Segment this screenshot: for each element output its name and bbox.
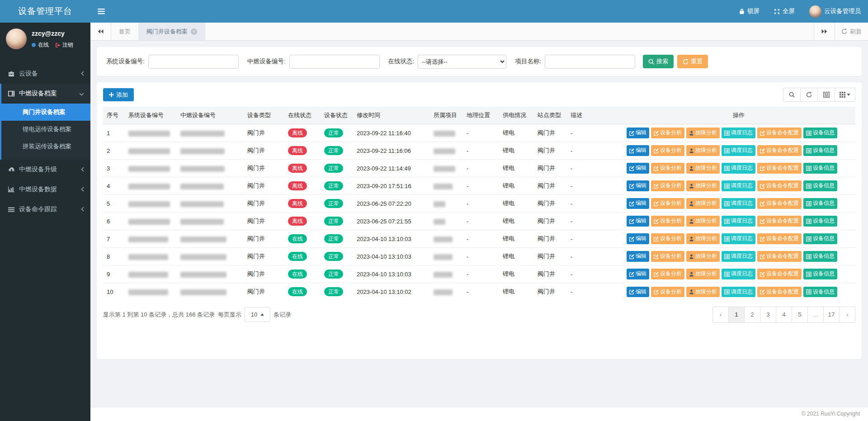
- page-button-‹[interactable]: ‹: [712, 307, 729, 323]
- page-button-17[interactable]: 17: [823, 307, 840, 323]
- action-button-设备分析[interactable]: 设备分析: [651, 233, 684, 244]
- gas-device-no-input[interactable]: [289, 55, 380, 69]
- page-button-5[interactable]: 5: [792, 307, 808, 323]
- action-button-编辑[interactable]: 编辑: [627, 180, 649, 191]
- page-button-4[interactable]: 4: [776, 307, 792, 323]
- add-button[interactable]: 添加: [103, 88, 134, 102]
- action-button-设备分析[interactable]: 设备分析: [651, 251, 684, 261]
- action-button-故障分析[interactable]: 故障分析: [686, 163, 720, 173]
- action-button-设备信息[interactable]: 设备信息: [803, 163, 837, 173]
- reset-button[interactable]: 重置: [677, 55, 708, 68]
- action-button-设备分析[interactable]: 设备分析: [651, 163, 684, 173]
- action-button-设备分析[interactable]: 设备分析: [651, 145, 684, 156]
- action-button-调度日志[interactable]: 调度日志: [722, 216, 755, 226]
- action-button-设备信息[interactable]: 设备信息: [803, 251, 837, 261]
- action-button-编辑[interactable]: 编辑: [627, 287, 649, 297]
- add-button-label: 添加: [116, 91, 128, 99]
- action-button-设备命令配置[interactable]: 设备命令配置: [757, 233, 802, 244]
- action-button-设备信息[interactable]: 设备信息: [803, 180, 837, 191]
- action-button-设备分析[interactable]: 设备分析: [651, 287, 684, 297]
- action-button-故障分析[interactable]: 故障分析: [686, 251, 720, 261]
- page-size-dropdown[interactable]: 10: [245, 307, 270, 322]
- page-button-1[interactable]: 1: [728, 307, 745, 323]
- sidebar-item[interactable]: 云设备: [0, 64, 90, 84]
- tab-首页[interactable]: 首页: [111, 23, 139, 40]
- action-button-设备命令配置[interactable]: 设备命令配置: [757, 269, 802, 279]
- refresh-tab-button[interactable]: 刷新: [835, 23, 868, 40]
- action-button-设备分析[interactable]: 设备分析: [651, 198, 684, 208]
- card-view-button[interactable]: [817, 88, 835, 102]
- page-button-2[interactable]: 2: [744, 307, 760, 323]
- page-button-›[interactable]: ›: [839, 307, 855, 323]
- action-button-调度日志[interactable]: 调度日志: [722, 269, 755, 279]
- action-button-故障分析[interactable]: 故障分析: [686, 198, 720, 208]
- action-button-设备命令配置[interactable]: 设备命令配置: [757, 128, 802, 138]
- action-button-设备命令配置[interactable]: 设备命令配置: [757, 163, 802, 173]
- action-button-故障分析[interactable]: 故障分析: [686, 269, 720, 279]
- action-button-编辑[interactable]: 编辑: [627, 145, 649, 156]
- action-button-设备信息[interactable]: 设备信息: [803, 145, 837, 156]
- search-button[interactable]: [783, 88, 801, 102]
- action-button-设备命令配置[interactable]: 设备命令配置: [757, 198, 802, 208]
- action-button-设备分析[interactable]: 设备分析: [651, 128, 684, 138]
- action-button-设备命令配置[interactable]: 设备命令配置: [757, 180, 802, 191]
- sidebar-item[interactable]: 中燃设备档案: [1, 84, 90, 104]
- close-icon[interactable]: ×: [191, 28, 197, 35]
- action-button-设备分析[interactable]: 设备分析: [651, 180, 684, 191]
- lock-screen-button[interactable]: 锁屏: [732, 0, 767, 23]
- sidebar-item[interactable]: 中燃设备数据: [0, 180, 90, 199]
- action-button-调度日志[interactable]: 调度日志: [722, 180, 755, 191]
- action-button-故障分析[interactable]: 故障分析: [686, 233, 720, 244]
- action-button-故障分析[interactable]: 故障分析: [686, 180, 720, 191]
- action-button-编辑[interactable]: 编辑: [627, 216, 649, 226]
- action-button-故障分析[interactable]: 故障分析: [686, 128, 720, 138]
- tabs-scroll-left-button[interactable]: [90, 23, 111, 40]
- sidebar-subitem[interactable]: 拼装远传设备档案: [1, 138, 90, 155]
- action-button-设备信息[interactable]: 设备信息: [803, 287, 837, 297]
- action-button-设备分析[interactable]: 设备分析: [651, 216, 684, 226]
- action-button-故障分析[interactable]: 故障分析: [686, 216, 720, 226]
- search-button[interactable]: 搜索: [643, 55, 674, 68]
- tab-阀门井设备档案[interactable]: 阀门井设备档案×: [139, 23, 205, 40]
- action-button-调度日志[interactable]: 调度日志: [722, 251, 755, 261]
- action-button-调度日志[interactable]: 调度日志: [722, 128, 755, 138]
- fullscreen-button[interactable]: 全屏: [767, 0, 802, 23]
- action-button-调度日志[interactable]: 调度日志: [722, 233, 755, 244]
- action-button-设备信息[interactable]: 设备信息: [803, 233, 837, 244]
- action-button-设备信息[interactable]: 设备信息: [803, 128, 837, 138]
- action-button-设备命令配置[interactable]: 设备命令配置: [757, 216, 802, 226]
- action-button-设备命令配置[interactable]: 设备命令配置: [757, 287, 802, 297]
- sidebar-item[interactable]: 中燃设备升级: [0, 160, 90, 180]
- action-button-调度日志[interactable]: 调度日志: [722, 145, 755, 156]
- action-button-设备命令配置[interactable]: 设备命令配置: [757, 251, 802, 261]
- action-button-调度日志[interactable]: 调度日志: [722, 198, 755, 208]
- system-device-no-input[interactable]: [148, 55, 239, 69]
- action-button-设备分析[interactable]: 设备分析: [651, 269, 684, 279]
- columns-button[interactable]: [835, 88, 855, 102]
- action-button-编辑[interactable]: 编辑: [627, 269, 649, 279]
- refresh-button[interactable]: [800, 88, 818, 102]
- action-button-调度日志[interactable]: 调度日志: [722, 287, 755, 297]
- user-menu[interactable]: 云设备管理员: [802, 0, 868, 23]
- action-button-编辑[interactable]: 编辑: [627, 233, 649, 244]
- page-button-3[interactable]: 3: [760, 307, 776, 323]
- action-button-设备命令配置[interactable]: 设备命令配置: [757, 145, 802, 156]
- tabs-scroll-right-button[interactable]: [814, 23, 835, 40]
- sidebar-toggle-button[interactable]: [90, 0, 112, 23]
- action-button-故障分析[interactable]: 故障分析: [686, 145, 720, 156]
- action-button-设备信息[interactable]: 设备信息: [803, 269, 837, 279]
- project-name-input[interactable]: [545, 55, 635, 69]
- action-button-编辑[interactable]: 编辑: [627, 163, 649, 173]
- action-button-编辑[interactable]: 编辑: [627, 128, 649, 138]
- online-status-select[interactable]: --请选择--: [418, 55, 506, 69]
- action-button-编辑[interactable]: 编辑: [627, 251, 649, 261]
- sidebar-subitem[interactable]: 锂电远传设备档案: [1, 121, 90, 138]
- action-button-设备信息[interactable]: 设备信息: [803, 198, 837, 208]
- logout-button[interactable]: 注销: [55, 41, 73, 49]
- action-button-设备信息[interactable]: 设备信息: [803, 216, 837, 226]
- sidebar-subitem[interactable]: 阀门井设备档案: [1, 104, 90, 121]
- action-button-编辑[interactable]: 编辑: [627, 198, 649, 208]
- action-button-故障分析[interactable]: 故障分析: [686, 287, 720, 297]
- sidebar-item[interactable]: 设备命令跟踪: [0, 199, 90, 219]
- action-button-调度日志[interactable]: 调度日志: [722, 163, 755, 173]
